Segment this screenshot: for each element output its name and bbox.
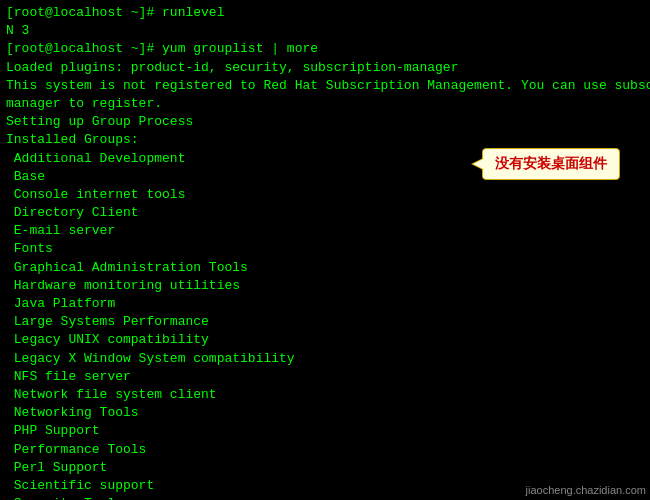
terminal-line: N 3	[6, 22, 644, 40]
callout-text: 没有安装桌面组件	[495, 155, 607, 171]
terminal-line: manager to register.	[6, 95, 644, 113]
terminal-line: Setting up Group Process	[6, 113, 644, 131]
terminal-line: [root@localhost ~]# yum grouplist | more	[6, 40, 644, 58]
terminal-line: Fonts	[6, 240, 644, 258]
terminal-line: E-mail server	[6, 222, 644, 240]
terminal-line: Legacy X Window System compatibility	[6, 350, 644, 368]
terminal-window: [root@localhost ~]# runlevelN 3[root@loc…	[0, 0, 650, 500]
terminal-line: [root@localhost ~]# runlevel	[6, 4, 644, 22]
terminal-line: Installed Groups:	[6, 131, 644, 149]
terminal-line: Legacy UNIX compatibility	[6, 331, 644, 349]
terminal-line: Hardware monitoring utilities	[6, 277, 644, 295]
terminal-line: Network file system client	[6, 386, 644, 404]
terminal-line: Networking Tools	[6, 404, 644, 422]
terminal-line: NFS file server	[6, 368, 644, 386]
terminal-line: Performance Tools	[6, 441, 644, 459]
terminal-line: Console internet tools	[6, 186, 644, 204]
terminal-line: Graphical Administration Tools	[6, 259, 644, 277]
terminal-line: Directory Client	[6, 204, 644, 222]
terminal-line: PHP Support	[6, 422, 644, 440]
callout-bubble: 没有安装桌面组件	[482, 148, 620, 180]
watermark: jiaocheng.chazidian.com	[526, 484, 646, 496]
terminal-line: Large Systems Performance	[6, 313, 644, 331]
terminal-line: Java Platform	[6, 295, 644, 313]
terminal-line: This system is not registered to Red Hat…	[6, 77, 644, 95]
terminal-line: Perl Support	[6, 459, 644, 477]
terminal-line: Loaded plugins: product-id, security, su…	[6, 59, 644, 77]
